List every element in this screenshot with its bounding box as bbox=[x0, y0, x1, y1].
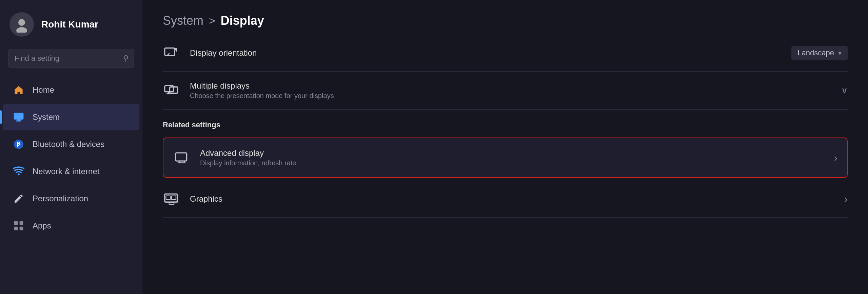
advanced-display-text: Advanced display Display information, re… bbox=[200, 148, 296, 167]
sidebar-item-apps-label: Apps bbox=[33, 221, 51, 231]
svg-rect-10 bbox=[20, 227, 23, 231]
svg-point-1 bbox=[16, 27, 27, 33]
advanced-display-row[interactable]: Advanced display Display information, re… bbox=[163, 137, 848, 178]
display-orientation-dropdown[interactable]: Landscape ▾ bbox=[791, 46, 848, 60]
display-orientation-right[interactable]: Landscape ▾ bbox=[791, 46, 848, 60]
search-icon: ⚲ bbox=[123, 54, 129, 63]
breadcrumb-parent: System bbox=[163, 14, 203, 28]
advanced-display-chevron-icon: › bbox=[834, 152, 837, 164]
svg-rect-2 bbox=[14, 113, 23, 120]
multiple-displays-left: Multiple displays Choose the presentatio… bbox=[163, 81, 334, 100]
display-orientation-icon bbox=[163, 44, 180, 62]
graphics-chevron-icon: › bbox=[844, 193, 848, 205]
breadcrumb-separator: > bbox=[209, 15, 215, 27]
sidebar-item-system[interactable]: System bbox=[3, 104, 139, 130]
svg-rect-21 bbox=[166, 196, 171, 200]
main-content: System > Display Display orientation bbox=[142, 0, 868, 294]
home-icon bbox=[12, 84, 25, 96]
svg-point-0 bbox=[18, 19, 25, 26]
graphics-title: Graphics bbox=[190, 194, 222, 204]
multiple-displays-chevron-icon: ∨ bbox=[841, 85, 848, 96]
svg-rect-4 bbox=[16, 121, 22, 122]
graphics-row[interactable]: Graphics › bbox=[163, 181, 848, 218]
nav-list: Home System Bluetooth & devi bbox=[0, 76, 142, 294]
svg-rect-3 bbox=[17, 120, 20, 121]
dropdown-chevron-icon: ▾ bbox=[838, 49, 842, 57]
display-orientation-left: Display orientation bbox=[163, 44, 257, 62]
user-name: Rohit Kumar bbox=[41, 19, 98, 30]
svg-point-6 bbox=[18, 173, 20, 176]
multiple-displays-row[interactable]: Multiple displays Choose the presentatio… bbox=[163, 72, 848, 110]
display-orientation-text: Display orientation bbox=[190, 48, 257, 58]
svg-rect-11 bbox=[165, 48, 175, 55]
graphics-text: Graphics bbox=[190, 194, 222, 204]
advanced-display-title: Advanced display bbox=[200, 148, 296, 158]
search-box[interactable]: ⚲ bbox=[8, 49, 134, 68]
sidebar-item-apps[interactable]: Apps bbox=[3, 213, 139, 239]
svg-rect-8 bbox=[20, 221, 23, 225]
svg-rect-7 bbox=[14, 221, 18, 225]
advanced-display-left: Advanced display Display information, re… bbox=[173, 148, 296, 167]
related-settings-label: Related settings bbox=[163, 110, 848, 135]
network-icon bbox=[12, 165, 25, 178]
display-orientation-title: Display orientation bbox=[190, 48, 257, 58]
user-profile[interactable]: Rohit Kumar bbox=[0, 0, 142, 46]
sidebar-item-home-label: Home bbox=[33, 85, 54, 95]
sidebar-item-network-label: Network & internet bbox=[33, 167, 99, 176]
multiple-displays-title: Multiple displays bbox=[190, 81, 334, 91]
sidebar: Rohit Kumar ⚲ Home System bbox=[0, 0, 142, 294]
svg-rect-24 bbox=[169, 203, 174, 205]
settings-list: Display orientation Landscape ▾ bbox=[163, 35, 848, 218]
sidebar-item-bluetooth-label: Bluetooth & devices bbox=[33, 140, 104, 149]
multiple-displays-text: Multiple displays Choose the presentatio… bbox=[190, 81, 334, 100]
breadcrumb-current: Display bbox=[221, 14, 264, 28]
sidebar-item-home[interactable]: Home bbox=[3, 77, 139, 103]
graphics-right: › bbox=[844, 193, 848, 205]
search-input[interactable] bbox=[8, 49, 134, 68]
advanced-display-subtitle: Display information, refresh rate bbox=[200, 159, 296, 167]
display-orientation-row[interactable]: Display orientation Landscape ▾ bbox=[163, 35, 848, 72]
svg-point-5 bbox=[14, 140, 23, 149]
graphics-left: Graphics bbox=[163, 190, 222, 208]
multiple-displays-subtitle: Choose the presentation mode for your di… bbox=[190, 92, 334, 100]
svg-rect-22 bbox=[172, 196, 176, 200]
multiple-displays-right: ∨ bbox=[841, 85, 848, 96]
svg-rect-9 bbox=[14, 227, 18, 231]
multiple-displays-icon bbox=[163, 82, 180, 99]
bluetooth-icon bbox=[12, 138, 25, 151]
system-icon bbox=[12, 111, 25, 124]
display-orientation-value: Landscape bbox=[797, 49, 834, 57]
advanced-display-icon bbox=[173, 149, 191, 167]
sidebar-item-personalization[interactable]: Personalization bbox=[3, 185, 139, 212]
svg-rect-20 bbox=[165, 194, 177, 202]
sidebar-item-personalization-label: Personalization bbox=[33, 194, 88, 203]
svg-rect-16 bbox=[176, 153, 187, 161]
apps-icon bbox=[12, 219, 25, 232]
graphics-icon bbox=[163, 190, 180, 208]
sidebar-item-system-label: System bbox=[33, 112, 60, 122]
breadcrumb: System > Display bbox=[163, 0, 848, 35]
personalization-icon bbox=[12, 192, 25, 205]
advanced-display-right: › bbox=[834, 152, 837, 164]
avatar bbox=[9, 12, 34, 37]
sidebar-item-network[interactable]: Network & internet bbox=[3, 158, 139, 185]
sidebar-item-bluetooth[interactable]: Bluetooth & devices bbox=[3, 131, 139, 158]
